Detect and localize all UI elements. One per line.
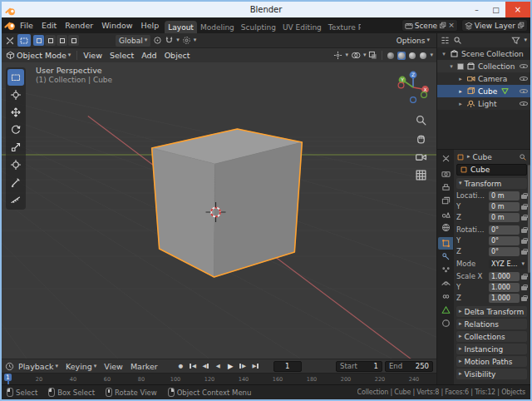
visibility-eye-icon[interactable] (519, 99, 529, 108)
properties-tab-physics[interactable] (438, 277, 453, 290)
blender-menu-icon[interactable] (4, 20, 16, 32)
workspace-tab-modeling[interactable]: Modeling (197, 21, 238, 33)
number-field[interactable]: 1.000 (489, 294, 520, 303)
gizmo-y-neg[interactable] (421, 92, 427, 98)
outliner-item-collection[interactable]: ▾ Collection (437, 60, 530, 72)
lock-icon[interactable] (521, 295, 527, 301)
disclosure-icon[interactable]: ▾ (441, 51, 447, 57)
visibility-eye-icon[interactable] (519, 87, 529, 96)
gizmo-x-neg[interactable] (398, 82, 404, 88)
lock-icon[interactable] (521, 204, 527, 210)
collections-panel[interactable]: ▸ Collections (456, 331, 527, 342)
menu-help[interactable]: Help (137, 21, 164, 30)
maximize-button[interactable]: □ (486, 2, 505, 17)
tool-measure[interactable] (7, 191, 24, 208)
number-field[interactable]: 0 m (489, 202, 520, 211)
workspace-tab-uv-editing[interactable]: UV Editing (279, 21, 325, 33)
collection-checkbox[interactable] (457, 63, 464, 70)
timeline-menu-view[interactable]: View (101, 362, 126, 371)
minimize-button[interactable]: – (467, 2, 486, 17)
play-reverse-button[interactable]: ◀ (213, 361, 224, 372)
number-field[interactable]: 1.000 (489, 272, 520, 281)
navigation-gizmo[interactable]: Z X Y (395, 69, 431, 106)
shading-wireframe-button[interactable] (387, 52, 395, 60)
auto-key-button[interactable]: ● (175, 361, 186, 372)
unlink-scene-icon[interactable]: × (448, 22, 455, 29)
frame-start-field[interactable]: Start 1 (336, 361, 382, 372)
chevron-down-icon[interactable]: ▾ (194, 37, 197, 43)
outliner-item-camera[interactable]: ▸ Camera (437, 72, 530, 85)
disclosure-icon[interactable]: ▸ (457, 76, 464, 82)
motion-paths-panel[interactable]: ▸ Motion Paths (456, 356, 527, 367)
pan-hand-icon[interactable] (415, 132, 427, 145)
delta-transform-panel[interactable]: ▸ Delta Transform (456, 306, 527, 317)
prev-keyframe-button[interactable]: ◀ (200, 361, 211, 372)
properties-tab-modifiers[interactable] (438, 250, 453, 263)
search-icon[interactable] (519, 153, 527, 161)
shading-material-button[interactable] (408, 52, 416, 60)
properties-tab-output[interactable] (438, 181, 453, 194)
transform-orientation-dropdown[interactable]: Global ▾ (116, 35, 150, 47)
tool-transform[interactable] (7, 156, 24, 173)
select-mode-subtract[interactable] (57, 35, 67, 46)
timeline-ruler[interactable]: 20 40 60 80 100 120 140 160 180 200 220 … (2, 373, 436, 384)
tool-cursor[interactable] (7, 87, 24, 103)
number-field[interactable]: 0° (489, 247, 520, 256)
editor-type-icon[interactable] (5, 36, 15, 46)
number-field[interactable]: 0 m (489, 191, 520, 200)
next-keyframe-button[interactable]: ▶ (238, 361, 249, 372)
viewport-menu-add[interactable]: Add (138, 51, 160, 60)
select-mode-extend[interactable] (45, 35, 56, 46)
overlays-icon[interactable] (351, 51, 361, 60)
close-button[interactable]: × (505, 2, 530, 17)
disclosure-icon[interactable]: ▸ (457, 88, 464, 95)
disclosure-icon[interactable]: ▾ (448, 63, 455, 70)
chevron-down-icon[interactable]: ▾ (345, 52, 348, 58)
jump-to-end-button[interactable]: ▶ (250, 361, 261, 372)
properties-tab-constraints[interactable] (438, 290, 453, 303)
viewport-menu-view[interactable]: View (80, 51, 106, 60)
tool-select-box[interactable] (7, 69, 24, 86)
tool-rotate[interactable] (7, 121, 24, 138)
view-layer-selector[interactable]: View Layer (461, 19, 528, 32)
number-field[interactable]: 0° (489, 225, 520, 235)
number-field[interactable]: 1.000 (489, 283, 520, 292)
menu-file[interactable]: File (16, 21, 37, 30)
menu-window[interactable]: Window (97, 21, 136, 30)
chevron-down-icon[interactable]: ▾ (176, 37, 180, 43)
lock-icon[interactable] (521, 285, 527, 290)
jump-to-start-button[interactable]: ◀ (188, 361, 199, 372)
proportional-editing-icon[interactable] (182, 36, 191, 45)
active-tool-box-select[interactable] (17, 34, 31, 47)
zoom-icon[interactable] (415, 114, 427, 126)
gizmo-z-neg[interactable] (411, 97, 416, 103)
rotation-mode-dropdown[interactable]: XYZ Euler▾ (489, 260, 527, 269)
visibility-eye-icon[interactable] (519, 74, 529, 83)
lock-icon[interactable] (521, 227, 527, 233)
workspace-tab-sculpting[interactable]: Sculpting (238, 21, 279, 33)
workspace-tab-layout[interactable]: Layout (165, 21, 197, 33)
viewport-menu-select[interactable]: Select (106, 51, 137, 60)
outliner-item-cube[interactable]: ▸ Cube (437, 85, 530, 97)
timeline-menu-marker[interactable]: Marker (127, 362, 161, 371)
instancing-panel[interactable]: ▸ Instancing (456, 344, 527, 354)
shading-rendered-button[interactable] (419, 52, 427, 60)
workspace-tab-texture-paint[interactable]: Texture Paint (325, 21, 361, 33)
properties-tab-data[interactable] (438, 304, 453, 316)
outliner-editor-icon[interactable] (441, 36, 450, 45)
select-mode-invert[interactable] (68, 35, 79, 46)
chevron-down-icon[interactable]: ▾ (430, 52, 433, 58)
search-icon[interactable] (453, 36, 462, 45)
tool-scale[interactable] (7, 139, 24, 156)
visibility-panel[interactable]: ▸ Visibility (456, 369, 527, 379)
current-frame-field[interactable]: 1 (273, 361, 302, 372)
visibility-eye-icon[interactable] (519, 62, 529, 71)
properties-tab-world[interactable] (438, 221, 453, 234)
cube-object[interactable] (152, 129, 303, 277)
relations-panel[interactable]: ▸ Relations (456, 319, 527, 329)
number-field[interactable]: 0 m (489, 213, 520, 222)
chevron-down-icon[interactable]: ▾ (363, 52, 367, 58)
object-name-field[interactable]: Cube (456, 164, 527, 176)
properties-tab-render[interactable] (438, 168, 453, 181)
properties-tab-material[interactable] (438, 317, 453, 329)
